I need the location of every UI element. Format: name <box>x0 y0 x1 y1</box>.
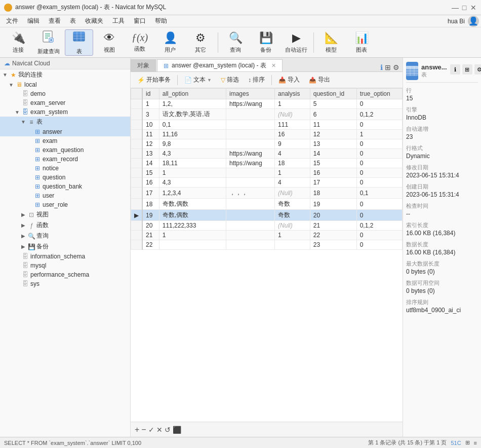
table-row[interactable]: 1111,1616121 <box>131 130 403 139</box>
cell-analysis[interactable]: 4 <box>275 149 310 159</box>
cell-true_option[interactable]: 0 <box>356 168 402 178</box>
sidebar-item-backup[interactable]: ▶ 💾 备份 <box>0 241 130 252</box>
add-row-btn[interactable]: + <box>135 425 139 434</box>
col-header-images[interactable]: images <box>226 89 274 99</box>
status-list-icon[interactable]: ≡ <box>474 440 477 446</box>
sidebar-item-user[interactable]: ⊞ user <box>0 191 130 200</box>
maximize-button[interactable]: □ <box>461 4 468 11</box>
rp-gear-btn[interactable]: ⚙ <box>474 64 481 74</box>
cell-images[interactable]: ，，， <box>226 188 274 199</box>
cell-images[interactable] <box>226 120 274 130</box>
toolbar-model[interactable]: 📐 模型 <box>317 29 345 56</box>
cell-all_option[interactable]: 1,2,3,4 <box>159 188 226 199</box>
menu-help[interactable]: 帮助 <box>151 16 171 26</box>
delete-row-btn[interactable]: − <box>141 425 146 434</box>
cell-true_option[interactable]: 0 <box>356 210 402 221</box>
sidebar-item-demo[interactable]: 🗄 demo <box>0 89 130 98</box>
cell-id[interactable]: 10 <box>142 120 159 130</box>
cell-true_option[interactable]: 0 <box>356 199 402 210</box>
minimize-button[interactable]: — <box>452 4 459 11</box>
cell-analysis[interactable]: (Null) <box>275 109 310 120</box>
cell-all_option[interactable]: 4,3 <box>159 178 226 188</box>
table-row[interactable]: 2111220 <box>131 231 403 240</box>
table-row[interactable]: 3语文,数学,英语,语(Null)60,1,2 <box>131 109 403 120</box>
cell-question_id[interactable]: 6 <box>310 109 356 120</box>
sidebar-item-answer[interactable]: ⊞ answer <box>0 127 130 136</box>
table-row[interactable]: 1418,11https://wang18150 <box>131 159 403 168</box>
cell-id[interactable]: 11 <box>142 130 159 139</box>
sidebar-item-notice[interactable]: ⊞ notice <box>0 164 130 173</box>
sidebar-item-question[interactable]: ⊞ question <box>0 173 130 182</box>
cell-analysis[interactable]: 18 <box>275 159 310 168</box>
cell-analysis[interactable]: 1 <box>275 99 310 109</box>
toolbar-new-query[interactable]: 新建查询 <box>34 29 63 56</box>
col-header-id[interactable]: id <box>142 89 159 99</box>
table-row[interactable]: 20111,222,333(Null)210,1,2 <box>131 221 403 231</box>
cell-all_option[interactable]: 语文,数学,英语,语 <box>159 109 226 120</box>
cell-question_id[interactable]: 21 <box>310 221 356 231</box>
toolbar-view[interactable]: 👁 视图 <box>95 29 124 56</box>
sidebar-item-my-connections[interactable]: ▼ ★ 我的连接 <box>0 69 130 80</box>
cell-all_option[interactable]: 奇数,偶数 <box>159 199 226 210</box>
menu-edit[interactable]: 编辑 <box>23 16 44 26</box>
cell-analysis[interactable]: 1 <box>275 231 310 240</box>
cell-id[interactable]: 19 <box>142 210 159 221</box>
cell-question_id[interactable]: 13 <box>310 139 356 149</box>
table-row[interactable]: 22230 <box>131 240 403 250</box>
cell-images[interactable] <box>226 130 274 139</box>
cell-images[interactable] <box>226 168 274 178</box>
cell-true_option[interactable]: 0 <box>356 99 402 109</box>
sidebar-item-performance-schema[interactable]: 🗄 performance_schema <box>0 270 130 279</box>
sidebar-item-local[interactable]: ▼ 🖥 local <box>0 80 130 89</box>
tab-object[interactable]: 对象 <box>131 59 156 71</box>
cell-analysis[interactable]: (Null) <box>275 221 310 231</box>
cell-all_option[interactable]: 1,2, <box>159 99 226 109</box>
cell-images[interactable] <box>226 210 274 221</box>
cell-id[interactable]: 3 <box>142 109 159 120</box>
table-row[interactable]: 18奇数,偶数奇数190 <box>131 199 403 210</box>
text-btn[interactable]: 📄 文本 ▼ <box>181 74 215 85</box>
cell-analysis[interactable]: 16 <box>275 130 310 139</box>
cell-analysis[interactable]: 奇数 <box>275 210 310 221</box>
cell-all_option[interactable]: 4,3 <box>159 149 226 159</box>
col-header-question-id[interactable]: question_id <box>310 89 356 99</box>
cell-images[interactable] <box>226 139 274 149</box>
cell-true_option[interactable]: 0 <box>356 240 402 250</box>
cell-question_id[interactable]: 19 <box>310 199 356 210</box>
cell-all_option[interactable]: 奇数,偶数 <box>159 210 226 221</box>
sidebar-item-user-role[interactable]: ⊞ user_role <box>0 200 130 209</box>
table-row[interactable]: 171,2,3,4，，，(Null)180,1 <box>131 188 403 199</box>
menu-favorites[interactable]: 收藏夹 <box>81 16 107 26</box>
cell-id[interactable]: 20 <box>142 221 159 231</box>
sidebar-item-sys[interactable]: 🗄 sys <box>0 279 130 288</box>
table-row[interactable]: 134,3https://wang4140 <box>131 149 403 159</box>
cell-question_id[interactable]: 23 <box>310 240 356 250</box>
cell-id[interactable]: 18 <box>142 199 159 210</box>
table-row[interactable]: 164,34170 <box>131 178 403 188</box>
cell-all_option[interactable]: 9,8 <box>159 139 226 149</box>
cell-analysis[interactable]: 4 <box>275 178 310 188</box>
menu-window[interactable]: 窗口 <box>130 16 150 26</box>
status-grid-icon[interactable]: ⊞ <box>465 439 470 446</box>
cell-all_option[interactable]: 1 <box>159 231 226 240</box>
sidebar-item-functions[interactable]: ▶ ƒ 函数 <box>0 220 130 231</box>
cell-analysis[interactable]: 奇数 <box>275 199 310 210</box>
cell-true_option[interactable]: 0,1 <box>356 188 402 199</box>
cell-question_id[interactable]: 17 <box>310 178 356 188</box>
sidebar-item-exam[interactable]: ⊞ exam <box>0 136 130 145</box>
cell-id[interactable]: 15 <box>142 168 159 178</box>
cell-id[interactable]: 16 <box>142 178 159 188</box>
cell-analysis[interactable]: 9 <box>275 139 310 149</box>
table-row[interactable]: 129,89130 <box>131 139 403 149</box>
export-btn[interactable]: 📤 导出 <box>305 74 334 85</box>
toolbar-connect[interactable]: 🔌 连接 <box>4 29 32 56</box>
cell-images[interactable]: https://wang <box>226 99 274 109</box>
close-button[interactable]: ✕ <box>470 4 477 11</box>
cell-id[interactable]: 1 <box>142 99 159 109</box>
cell-question_id[interactable]: 11 <box>310 120 356 130</box>
stop-btn[interactable]: ⬛ <box>173 426 181 434</box>
cell-analysis[interactable]: 111 <box>275 120 310 130</box>
cell-images[interactable]: https://wang <box>226 149 274 159</box>
sidebar-item-information-schema[interactable]: 🗄 information_schema <box>0 252 130 261</box>
cell-true_option[interactable]: 0 <box>356 159 402 168</box>
